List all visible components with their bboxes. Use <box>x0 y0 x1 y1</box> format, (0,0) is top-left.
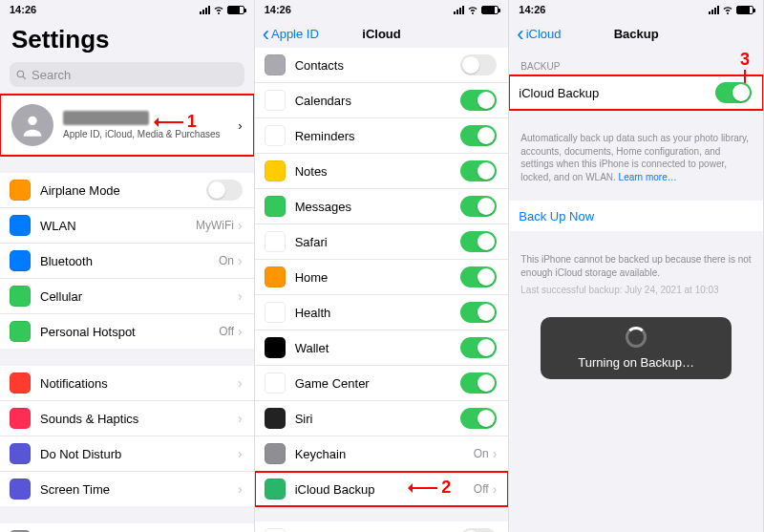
safari-icon <box>265 231 286 252</box>
phone-icloud: 14:26 Apple ID iCloud ContactsCalendarsR… <box>255 0 510 532</box>
status-bar: 14:26 <box>509 0 763 19</box>
signal-icon <box>454 6 464 14</box>
siri-icon <box>265 408 286 429</box>
row-safari[interactable]: Safari <box>255 224 509 260</box>
keychain-icon <box>265 443 286 464</box>
row-iclouddrive[interactable]: iCloud Drive <box>255 521 509 532</box>
row-label: Cellular <box>40 289 234 304</box>
signal-icon <box>200 6 210 14</box>
icloudbackup-icon <box>265 479 286 500</box>
wallet-icon <box>265 337 286 358</box>
back-button[interactable]: iCloud <box>517 27 561 41</box>
reminders-toggle[interactable] <box>460 125 497 146</box>
iclouddrive-toggle[interactable] <box>460 528 497 532</box>
gamecenter-toggle[interactable] <box>460 372 497 394</box>
row-label: Home <box>295 270 461 285</box>
section-header-backup: BACKUP <box>509 48 763 75</box>
chevron-right-icon: › <box>238 446 243 461</box>
status-time: 14:26 <box>519 4 545 15</box>
row-hotspot[interactable]: Personal HotspotOff› <box>0 314 254 349</box>
wifi-icon <box>467 4 478 15</box>
back-up-now-button[interactable]: Back Up Now <box>509 201 763 231</box>
row-wallet[interactable]: Wallet <box>255 330 509 366</box>
contacts-icon <box>265 54 286 75</box>
reminders-icon <box>265 125 286 146</box>
contacts-toggle[interactable] <box>460 54 497 75</box>
back-button[interactable]: Apple ID <box>263 27 319 41</box>
row-contacts[interactable]: Contacts <box>255 48 509 83</box>
status-time: 14:26 <box>10 4 36 15</box>
home-icon <box>265 266 286 287</box>
wallet-toggle[interactable] <box>460 337 497 358</box>
row-general[interactable]: General1› <box>0 523 254 532</box>
row-messages[interactable]: Messages <box>255 189 509 224</box>
avatar <box>11 104 53 146</box>
row-siri[interactable]: Siri <box>255 401 509 436</box>
learn-more-link[interactable]: Learn more… <box>619 172 677 182</box>
row-calendars[interactable]: Calendars <box>255 83 509 118</box>
svg-point-0 <box>17 71 24 77</box>
row-label: Reminders <box>295 129 461 143</box>
chevron-right-icon: › <box>238 411 243 426</box>
row-notifications[interactable]: Notifications› <box>0 366 254 401</box>
row-label: Messages <box>295 200 461 214</box>
row-cellular[interactable]: Cellular› <box>0 279 254 314</box>
home-toggle[interactable] <box>460 266 497 287</box>
wifi-icon <box>213 4 224 15</box>
battery-icon <box>227 6 244 14</box>
backup-error-text: This iPhone cannot be backed up because … <box>509 248 763 279</box>
airplane-toggle[interactable] <box>206 180 243 201</box>
messages-icon <box>265 196 286 217</box>
backup-description: Automatically back up data such as your … <box>509 127 763 183</box>
screentime-icon <box>10 479 31 500</box>
notifications-section: Notifications›Sounds & Haptics›Do Not Di… <box>0 366 254 506</box>
calendars-toggle[interactable] <box>460 90 497 111</box>
battery-icon <box>481 6 499 14</box>
row-wlan[interactable]: WLANMyWiFi› <box>0 208 254 244</box>
row-label: Wallet <box>295 341 461 355</box>
chevron-right-icon: › <box>238 481 243 497</box>
chevron-right-icon: › <box>238 375 243 391</box>
row-notes[interactable]: Notes <box>255 154 509 189</box>
row-value: On <box>474 447 489 460</box>
chevron-right-icon: › <box>493 481 498 497</box>
messages-toggle[interactable] <box>460 196 497 217</box>
icloud-backup-toggle-row[interactable]: iCloud Backup <box>509 75 763 110</box>
status-bar: 14:26 <box>0 0 254 19</box>
siri-toggle[interactable] <box>460 408 497 429</box>
apple-id-row[interactable]: Apple ID, iCloud, Media & Purchases › 1 <box>0 95 254 156</box>
row-keychain[interactable]: KeychainOn› <box>255 436 509 472</box>
chevron-right-icon: › <box>238 253 243 268</box>
svg-point-2 <box>28 117 36 125</box>
row-reminders[interactable]: Reminders <box>255 118 509 154</box>
row-sounds[interactable]: Sounds & Haptics› <box>0 401 254 436</box>
row-airplane[interactable]: Airplane Mode <box>0 173 254 208</box>
row-health[interactable]: Health <box>255 295 509 330</box>
hotspot-icon <box>10 321 31 342</box>
bluetooth-icon <box>10 250 31 271</box>
nav-title: iCloud <box>362 27 400 41</box>
status-time: 14:26 <box>265 4 291 15</box>
health-icon <box>265 302 286 323</box>
notes-toggle[interactable] <box>460 160 497 181</box>
health-toggle[interactable] <box>460 302 497 323</box>
safari-toggle[interactable] <box>460 231 497 252</box>
general-section: General1›Control Center› <box>0 523 254 532</box>
row-screentime[interactable]: Screen Time› <box>0 472 254 506</box>
row-icloudbackup[interactable]: iCloud BackupOff›2 <box>255 472 509 506</box>
row-label: Siri <box>295 412 461 426</box>
row-label: Personal Hotspot <box>40 325 219 339</box>
dnd-icon <box>10 443 31 464</box>
search-input[interactable]: Search <box>10 62 244 87</box>
row-dnd[interactable]: Do Not Disturb› <box>0 436 254 472</box>
sounds-icon <box>10 408 31 429</box>
row-bluetooth[interactable]: BluetoothOn› <box>0 244 254 279</box>
row-home[interactable]: Home <box>255 260 509 295</box>
row-label: Health <box>295 306 461 320</box>
spinner-icon <box>626 327 647 348</box>
row-gamecenter[interactable]: Game Center <box>255 366 509 401</box>
profile-subtitle: Apple ID, iCloud, Media & Purchases <box>63 129 238 139</box>
chevron-right-icon: › <box>238 118 242 133</box>
icloud-backup-toggle[interactable] <box>715 82 752 103</box>
wifi-icon <box>722 4 733 15</box>
